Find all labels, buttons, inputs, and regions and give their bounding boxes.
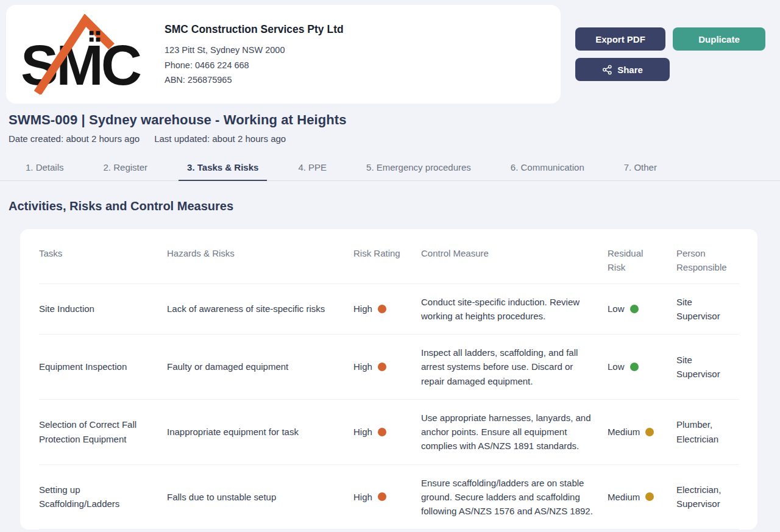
residual-risk-cell: Low (608, 349, 676, 385)
residual-risk-cell: Medium (608, 479, 676, 515)
tab-5[interactable]: 5. Emergency procedures (358, 157, 480, 181)
table-body: Site Induction Lack of awareness of site… (39, 284, 739, 530)
company-phone: Phone: 0466 224 668 (165, 58, 344, 73)
residual-risk-text: Low (608, 302, 625, 316)
control-measure-cell: Conduct site-specific induction. Review … (421, 284, 608, 335)
risk-rating-dot (378, 305, 386, 313)
page-title: SWMS-009 | Sydney warehouse - Working at… (9, 112, 780, 128)
residual-risk-text: Medium (608, 490, 640, 504)
tab-6[interactable]: 6. Communication (502, 157, 593, 181)
tab-1[interactable]: 1. Details (17, 157, 73, 181)
risk-rating-text: High (353, 360, 372, 374)
table-header-row: Tasks Hazards & Risks Risk Rating Contro… (39, 235, 739, 284)
person-cell: Site Supervisor (676, 342, 739, 392)
share-button-label: Share (617, 65, 643, 75)
tab-2[interactable]: 2. Register (95, 157, 157, 181)
residual-risk-text: Low (608, 360, 625, 374)
col-header-control-measure: Control Measure (421, 235, 608, 269)
control-measure-cell: Use appropriate harnesses, lanyards, and… (421, 400, 608, 464)
hazard-cell: Faulty or damaged equipment (167, 349, 353, 385)
risk-rating-cell: High (353, 291, 421, 327)
residual-risk-dot (630, 363, 639, 371)
hazard-cell: Lack of awareness of site-specific risks (167, 291, 353, 327)
risk-rating-cell: High (353, 414, 421, 450)
share-button[interactable]: Share (575, 58, 670, 81)
action-buttons: Export PDF Duplicate Share (575, 5, 765, 81)
last-updated: Last updated: about 2 hours ago (154, 133, 286, 144)
table-row: Equipment Inspection Faulty or damaged e… (39, 335, 739, 400)
risks-table-card: Tasks Hazards & Risks Risk Rating Contro… (20, 229, 757, 530)
hazard-cell: Inappropriate equipment for task (167, 414, 353, 450)
residual-risk-dot (645, 492, 654, 501)
col-header-residual-risk: Residual Risk (608, 235, 676, 283)
residual-risk-cell: Medium (608, 414, 676, 450)
date-created: Date created: about 2 hours ago (9, 133, 140, 144)
residual-risk-cell: Low (608, 291, 676, 327)
task-cell: Equipment Inspection (39, 349, 167, 385)
table-row: Setting up Scaffolding/Ladders Falls due… (39, 465, 739, 530)
company-name: SMC Construction Services Pty Ltd (165, 23, 344, 36)
top-area: SMC SMC Construction Services Pty Ltd 12… (0, 0, 780, 104)
tab-3[interactable]: 3. Tasks & Risks (179, 157, 267, 181)
residual-risk-dot (645, 428, 654, 436)
task-cell: Site Induction (39, 291, 167, 327)
table-row: Site Induction Lack of awareness of site… (39, 284, 739, 335)
control-measure-cell: Ensure scaffolding/ladders are on stable… (421, 465, 608, 530)
risk-rating-cell: High (353, 479, 421, 515)
document-meta: Date created: about 2 hours ago Last upd… (9, 133, 780, 144)
residual-risk-dot (630, 305, 639, 313)
risk-rating-text: High (353, 425, 372, 439)
share-icon (602, 65, 612, 75)
person-cell: Plumber, Electrician (676, 406, 739, 457)
risk-rating-dot (378, 428, 386, 436)
company-info: SMC Construction Services Pty Ltd 123 Pi… (165, 21, 344, 87)
residual-risk-text: Medium (608, 425, 640, 439)
export-pdf-button[interactable]: Export PDF (575, 27, 665, 51)
tab-bar: 1. Details2. Register3. Tasks & Risks4. … (0, 157, 780, 181)
company-abn: ABN: 256875965 (165, 73, 344, 87)
risk-rating-dot (378, 492, 386, 501)
col-header-tasks: Tasks (39, 235, 167, 269)
smc-logo-graphic: SMC (22, 14, 141, 94)
task-cell: Setting up Scaffolding/Ladders (39, 472, 167, 522)
risk-rating-dot (378, 363, 386, 371)
risk-rating-text: High (353, 302, 372, 316)
control-measure-cell: Inspect all ladders, scaffolding, and fa… (421, 335, 608, 399)
company-logo: SMC (22, 14, 141, 94)
person-cell: Site Supervisor (676, 284, 739, 335)
risk-rating-cell: High (353, 349, 421, 385)
hazard-cell: Falls due to unstable setup (167, 479, 353, 515)
task-cell: Selection of Correct Fall Protection Equ… (39, 406, 167, 457)
company-address: 123 Pitt St, Sydney NSW 2000 (165, 43, 344, 57)
company-header-card: SMC SMC Construction Services Pty Ltd 12… (6, 5, 561, 104)
risk-rating-text: High (353, 490, 372, 504)
table-row: Selection of Correct Fall Protection Equ… (39, 400, 739, 465)
col-header-hazards: Hazards & Risks (167, 235, 353, 269)
col-header-person-responsible: Person Responsible (676, 235, 740, 283)
person-cell: Electrician, Supervisor (676, 472, 739, 522)
section-heading: Activities, Risks and Control Measures (9, 199, 780, 213)
tab-4[interactable]: 4. PPE (289, 157, 335, 181)
tab-7[interactable]: 7. Other (615, 157, 665, 181)
duplicate-button[interactable]: Duplicate (673, 27, 765, 51)
col-header-risk-rating: Risk Rating (353, 235, 421, 269)
